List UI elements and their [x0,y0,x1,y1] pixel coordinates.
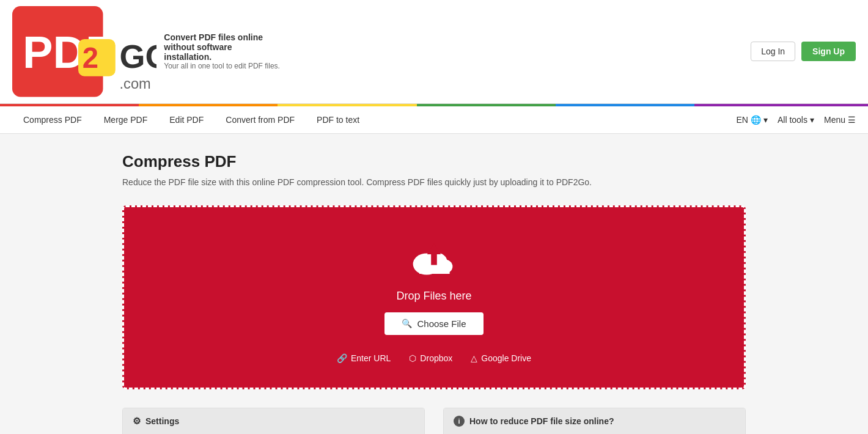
nav-merge-pdf[interactable]: Merge PDF [93,106,159,133]
logo-area: PDF 2 GO .com Convert PDF files online w… [12,6,282,97]
nav-lang[interactable]: EN 🌐 ▾ [736,115,767,125]
svg-text:GO: GO [120,38,157,75]
nav-edit-pdf[interactable]: Edit PDF [158,106,215,133]
main-content: Compress PDF Reduce the PDF file size wi… [110,134,758,434]
page-description: Reduce the PDF file size with this onlin… [122,177,746,187]
enter-url-link[interactable]: 🔗 Enter URL [337,353,391,363]
all-tools-label: All tools [778,115,807,125]
nav-all-tools[interactable]: All tools ▾ [778,115,814,125]
how-to-panel-header: i How to reduce PDF file size online? [444,408,745,434]
how-to-title: How to reduce PDF file size online? [469,416,614,426]
settings-title: Settings [145,416,179,426]
globe-icon: 🌐 [751,115,761,125]
nav-menu[interactable]: Menu ☰ [824,115,856,125]
svg-text:2: 2 [83,42,98,74]
hamburger-icon: ☰ [848,115,856,125]
dropbox-icon: ⬡ [409,353,416,363]
tagline-main: Convert PDF files online without softwar… [164,32,281,62]
nav-right: EN 🌐 ▾ All tools ▾ Menu ☰ [736,115,856,125]
lang-chevron-icon: ▾ [763,115,768,125]
menu-label: Menu [824,115,845,125]
header-actions: Log In Sign Up [751,42,856,61]
login-button[interactable]: Log In [751,42,795,61]
cloud-upload-icon [136,238,732,282]
drop-links: 🔗 Enter URL ⬡ Dropbox △ Google Drive [136,353,732,363]
nav-convert-from-pdf[interactable]: Convert from PDF [215,106,306,133]
dropbox-label: Dropbox [420,353,452,363]
link-icon: 🔗 [337,353,347,363]
signup-button[interactable]: Sign Up [801,42,856,61]
nav-pdf-to-text[interactable]: PDF to text [306,106,370,133]
how-to-panel: i How to reduce PDF file size online? 1.… [443,408,746,434]
info-icon: i [454,416,465,427]
google-drive-icon: △ [471,353,477,363]
tagline-sub: Your all in one tool to edit PDF files. [164,62,281,70]
svg-rect-9 [419,264,450,274]
search-icon: 🔍 [402,318,412,328]
header-tagline: Convert PDF files online without softwar… [164,32,281,70]
google-drive-label: Google Drive [481,353,531,363]
page-title: Compress PDF [122,152,746,171]
gear-icon: ⚙ [133,416,141,427]
site-header: PDF 2 GO .com Convert PDF files online w… [0,0,868,104]
lang-label: EN [736,115,748,125]
choose-file-label: Choose File [417,318,466,329]
dropbox-link[interactable]: ⬡ Dropbox [409,353,452,363]
nav-items: Compress PDF Merge PDF Edit PDF Convert … [12,106,736,133]
svg-text:.com: .com [120,76,151,92]
all-tools-chevron-icon: ▾ [810,115,814,125]
settings-panel-header: ⚙ Settings [123,408,424,434]
drop-zone[interactable]: Drop Files here 🔍 Choose File 🔗 Enter UR… [122,205,746,389]
nav-compress-pdf[interactable]: Compress PDF [12,106,93,133]
settings-panel: ⚙ Settings Quality of PDF Screen (screen… [122,408,425,434]
bottom-panels: ⚙ Settings Quality of PDF Screen (screen… [122,408,746,434]
drop-files-text: Drop Files here [136,290,732,303]
logo-icon: PDF 2 GO .com [12,6,156,97]
choose-file-button[interactable]: 🔍 Choose File [384,312,483,335]
enter-url-label: Enter URL [351,353,391,363]
main-nav: Compress PDF Merge PDF Edit PDF Convert … [0,106,868,134]
google-drive-link[interactable]: △ Google Drive [471,353,531,363]
